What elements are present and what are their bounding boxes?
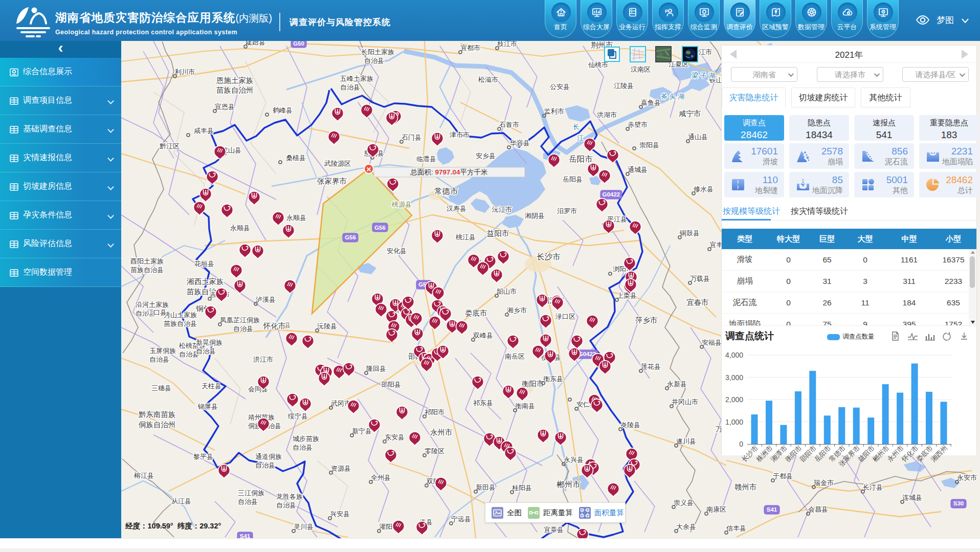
- svg-text:郴州市: 郴州市: [556, 480, 581, 489]
- svg-text:韶山市: 韶山市: [496, 288, 517, 295]
- svg-text:衡东县: 衡东县: [543, 375, 563, 383]
- svg-text:大余县: 大余县: [676, 523, 696, 531]
- svg-text:渌口区: 渌口区: [555, 313, 575, 320]
- svg-text:枝江市: 枝江市: [497, 41, 517, 48]
- svg-text:黔江区: 黔江区: [160, 142, 180, 150]
- svg-text:南康区: 南康区: [706, 505, 726, 513]
- svg-text:江: 江: [577, 134, 584, 142]
- svg-text:宜章县: 宜章县: [544, 526, 564, 534]
- svg-text:于都县: 于都县: [773, 472, 793, 480]
- svg-text:崇义县: 崇义县: [674, 499, 694, 506]
- svg-text:沿河土家族: 沿河土家族: [136, 301, 169, 308]
- svg-text:自治县: 自治县: [255, 461, 275, 469]
- svg-text:黎平县: 黎平县: [193, 453, 213, 460]
- svg-text:会昌县: 会昌县: [808, 505, 828, 513]
- svg-text:湘阴县: 湘阴县: [525, 212, 545, 219]
- svg-text:石首市: 石首市: [499, 121, 519, 128]
- svg-text:S41: S41: [767, 506, 777, 513]
- svg-text:江陵县: 江陵县: [614, 82, 634, 90]
- svg-text:通道侗族: 通道侗族: [255, 453, 282, 460]
- svg-text:祁东县: 祁东县: [473, 399, 493, 407]
- svg-text:衡南县: 衡南县: [515, 402, 535, 410]
- svg-text:长阳土家族: 长阳土家族: [361, 48, 394, 56]
- svg-text:榕江县: 榕江县: [133, 472, 154, 479]
- svg-text:G56: G56: [374, 225, 386, 231]
- svg-text:安乡县: 安乡县: [476, 152, 496, 160]
- svg-text:通城县: 通城县: [628, 166, 648, 173]
- svg-text:万载县: 万载县: [690, 275, 710, 282]
- svg-text:宁远县: 宁远县: [451, 515, 471, 523]
- svg-text:永顺县: 永顺县: [286, 214, 306, 222]
- svg-text:津市市: 津市市: [450, 131, 470, 139]
- svg-text:自治县: 自治县: [293, 444, 313, 451]
- svg-text:三江侗族: 三江侗族: [238, 489, 264, 497]
- svg-text:新宁县: 新宁县: [352, 427, 372, 435]
- svg-text:莲花县: 莲花县: [641, 363, 661, 370]
- svg-text:4,000: 4,000: [725, 351, 743, 359]
- svg-text:永兴县: 永兴县: [564, 456, 584, 463]
- svg-text:岳阳市: 岳阳市: [569, 154, 593, 163]
- svg-text:苗族自治县: 苗族自治县: [164, 320, 197, 327]
- svg-text:监利市: 监利市: [544, 107, 564, 115]
- svg-text:萍乡市: 萍乡市: [635, 316, 658, 324]
- svg-text:崇阳县: 崇阳县: [639, 141, 659, 149]
- svg-text:3,000: 3,000: [725, 373, 743, 382]
- svg-text:自治县: 自治县: [238, 498, 258, 505]
- svg-text:2,000: 2,000: [725, 395, 743, 404]
- svg-text:永新县: 永新县: [667, 380, 687, 388]
- svg-text:祁阳市: 祁阳市: [425, 408, 444, 416]
- svg-text:斧 头 湖: 斧 头 湖: [661, 93, 684, 100]
- svg-text:S30: S30: [953, 500, 964, 506]
- svg-text:黔东南苗族: 黔东南苗族: [138, 410, 176, 418]
- svg-text:洪湖市: 洪湖市: [597, 111, 617, 119]
- svg-text:玉屏侗族: 玉屏侗族: [149, 347, 176, 355]
- svg-text:桃源县: 桃源县: [391, 201, 412, 208]
- svg-text:花垣县: 花垣县: [194, 260, 214, 268]
- svg-text:侗族自治州: 侗族自治州: [138, 421, 176, 429]
- svg-text:建始县: 建始县: [245, 41, 265, 46]
- svg-text:咸丰县: 咸丰县: [194, 127, 214, 135]
- svg-text:张家界市: 张家界市: [317, 177, 347, 185]
- svg-text:井冈山市: 井冈山市: [672, 398, 698, 406]
- svg-text:公安县: 公安县: [550, 83, 570, 91]
- svg-text:泸溪县: 泸溪县: [256, 296, 276, 303]
- svg-text:益阳市: 益阳市: [487, 229, 509, 237]
- svg-text:桑植县: 桑植县: [286, 154, 306, 162]
- svg-text:芷江侗族: 芷江侗族: [233, 316, 260, 324]
- svg-text:衡阳市: 衡阳市: [522, 380, 544, 388]
- svg-text:自治县: 自治县: [233, 325, 253, 333]
- svg-text:全州县: 全州县: [371, 474, 391, 481]
- svg-text:天柱县: 天柱县: [202, 382, 221, 390]
- svg-text:兴安县: 兴安县: [330, 510, 350, 518]
- svg-text:三穗县: 三穗县: [151, 384, 171, 392]
- svg-text:G50: G50: [293, 41, 304, 47]
- svg-text:双峰县: 双峰县: [473, 332, 493, 339]
- svg-text:临澧县: 临澧县: [416, 155, 436, 163]
- svg-text:石门县: 石门县: [402, 134, 421, 141]
- svg-text:锦屏县: 锦屏县: [197, 403, 218, 410]
- svg-text:桂阳县: 桂阳县: [512, 484, 532, 492]
- svg-text:总面积: 9797.04平方千米: 总面积: 9797.04平方千米: [410, 168, 488, 176]
- svg-text:安化县: 安化县: [387, 247, 407, 255]
- svg-text:新田县: 新田县: [476, 483, 496, 491]
- svg-text:1,000: 1,000: [725, 418, 743, 426]
- svg-text:鹤峰县: 鹤峰县: [273, 106, 293, 114]
- svg-text:宜春市: 宜春市: [686, 298, 709, 306]
- svg-text:嘉鱼县: 嘉鱼县: [641, 99, 661, 106]
- svg-text:长: 长: [573, 123, 580, 130]
- svg-text:G0422: G0422: [603, 191, 620, 197]
- svg-text:自治县: 自治县: [340, 83, 360, 91]
- svg-text:P: P: [665, 9, 668, 14]
- svg-text:永州市: 永州市: [430, 428, 453, 436]
- svg-text:汉寿县: 汉寿县: [447, 205, 466, 212]
- svg-text:龙胜各族: 龙胜各族: [276, 493, 303, 500]
- svg-text:自治县: 自治县: [276, 501, 296, 509]
- svg-text:怀化市: 怀化市: [263, 322, 286, 330]
- svg-text:秀山土家族: 秀山土家族: [164, 311, 197, 319]
- svg-text:永安市: 永安市: [957, 474, 977, 481]
- svg-text:从江县: 从江县: [171, 497, 191, 505]
- svg-text:信丰县: 信丰县: [726, 524, 746, 532]
- svg-text:南岳区: 南岳区: [505, 352, 525, 360]
- svg-text:隆回县: 隆回县: [366, 365, 386, 372]
- svg-text:娄底市: 娄底市: [465, 309, 487, 317]
